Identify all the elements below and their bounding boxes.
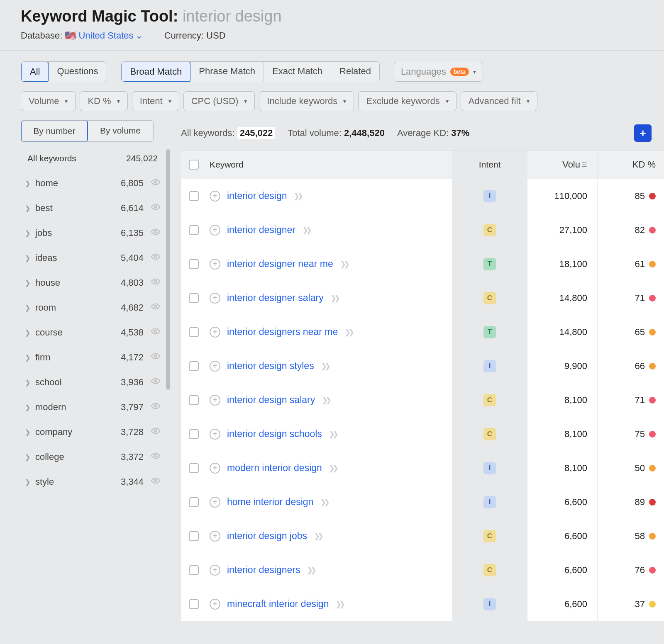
- col-intent[interactable]: Intent: [452, 160, 527, 170]
- expand-icon[interactable]: +: [210, 429, 220, 440]
- open-icon[interactable]: ❯❯: [330, 294, 338, 303]
- open-icon[interactable]: ❯❯: [321, 362, 328, 371]
- sidebar-group-home[interactable]: ❯home6,805: [21, 171, 164, 196]
- open-icon[interactable]: ❯❯: [322, 396, 329, 405]
- open-icon[interactable]: ❯❯: [329, 464, 336, 473]
- open-icon[interactable]: ❯❯: [344, 328, 352, 337]
- checkbox[interactable]: [189, 565, 199, 575]
- row-checkbox-cell[interactable]: [181, 519, 206, 553]
- checkbox[interactable]: [189, 259, 199, 269]
- row-checkbox-cell[interactable]: [181, 451, 206, 485]
- eye-icon[interactable]: [151, 202, 160, 214]
- toggle-by-number[interactable]: By number: [21, 120, 88, 142]
- col-volume[interactable]: Volu☰: [527, 151, 598, 179]
- checkbox[interactable]: [189, 327, 199, 337]
- eye-icon[interactable]: [151, 302, 160, 313]
- checkbox[interactable]: [189, 191, 199, 201]
- expand-icon[interactable]: +: [210, 463, 220, 474]
- eye-icon[interactable]: [151, 377, 160, 388]
- eye-icon[interactable]: [151, 476, 160, 488]
- row-checkbox-cell[interactable]: [181, 179, 206, 213]
- eye-icon[interactable]: [151, 227, 160, 239]
- keyword-link[interactable]: interior design jobs: [227, 530, 307, 542]
- add-button[interactable]: +: [634, 124, 652, 142]
- tab-all[interactable]: All: [21, 61, 49, 82]
- row-checkbox-cell[interactable]: [181, 315, 206, 349]
- tab-broad-match[interactable]: Broad Match: [121, 61, 191, 82]
- row-checkbox-cell[interactable]: [181, 553, 206, 587]
- checkbox[interactable]: [189, 225, 199, 235]
- checkbox[interactable]: [189, 497, 199, 507]
- select-all-cell[interactable]: [181, 151, 206, 179]
- expand-icon[interactable]: +: [210, 497, 220, 508]
- languages-button[interactable]: Languages beta ▾: [394, 62, 483, 82]
- checkbox[interactable]: [189, 463, 199, 473]
- keyword-link[interactable]: interior design: [227, 190, 287, 202]
- eye-icon[interactable]: [151, 401, 160, 413]
- sidebar-group-jobs[interactable]: ❯jobs6,135: [21, 221, 164, 245]
- checkbox[interactable]: [189, 429, 199, 439]
- filter-volume[interactable]: Volume▾: [21, 91, 76, 111]
- filter-cpc-usd-[interactable]: CPC (USD)▾: [183, 91, 255, 111]
- eye-icon[interactable]: [151, 352, 160, 363]
- eye-icon[interactable]: [151, 277, 160, 289]
- tab-questions[interactable]: Questions: [49, 62, 106, 82]
- sidebar-group-ideas[interactable]: ❯ideas5,404: [21, 245, 164, 270]
- sidebar-group-college[interactable]: ❯college3,372: [21, 445, 164, 469]
- row-checkbox-cell[interactable]: [181, 417, 206, 451]
- keyword-link[interactable]: interior design salary: [227, 394, 315, 406]
- row-checkbox-cell[interactable]: [181, 213, 206, 247]
- chevron-down-icon[interactable]: ⌄: [135, 30, 143, 41]
- filter-kd-[interactable]: KD %▾: [80, 91, 127, 111]
- open-icon[interactable]: ❯❯: [335, 600, 343, 609]
- open-icon[interactable]: ❯❯: [320, 498, 327, 507]
- eye-icon[interactable]: [151, 252, 160, 264]
- eye-icon[interactable]: [151, 327, 160, 338]
- expand-icon[interactable]: +: [210, 225, 220, 236]
- row-checkbox-cell[interactable]: [181, 281, 206, 315]
- keyword-link[interactable]: minecraft interior design: [227, 598, 329, 610]
- sidebar-group-room[interactable]: ❯room4,682: [21, 295, 164, 320]
- eye-icon[interactable]: [151, 177, 160, 189]
- sidebar-all-keywords[interactable]: All keywords 245,022: [21, 142, 164, 171]
- filter-exclude-keywords[interactable]: Exclude keywords▾: [358, 91, 456, 111]
- open-icon[interactable]: ❯❯: [340, 260, 347, 269]
- tab-exact-match[interactable]: Exact Match: [264, 62, 331, 82]
- expand-icon[interactable]: +: [210, 395, 220, 406]
- filter-include-keywords[interactable]: Include keywords▾: [259, 91, 354, 111]
- checkbox[interactable]: [189, 599, 199, 609]
- open-icon[interactable]: ❯❯: [329, 430, 336, 439]
- sidebar-group-firm[interactable]: ❯firm4,172: [21, 345, 164, 370]
- row-checkbox-cell[interactable]: [181, 485, 206, 519]
- checkbox[interactable]: [189, 531, 199, 541]
- keyword-link[interactable]: home interior design: [227, 496, 313, 508]
- col-kd[interactable]: KD %: [598, 151, 664, 179]
- open-icon[interactable]: ❯❯: [302, 226, 310, 235]
- col-keyword[interactable]: Keyword: [206, 151, 452, 179]
- toggle-by-volume[interactable]: By volume: [88, 121, 153, 141]
- open-icon[interactable]: ❯❯: [314, 532, 321, 541]
- expand-icon[interactable]: +: [210, 361, 220, 372]
- checkbox[interactable]: [189, 293, 199, 303]
- keyword-link[interactable]: interior designer salary: [227, 292, 324, 304]
- keyword-link[interactable]: interior design styles: [227, 360, 314, 372]
- keyword-link[interactable]: interior designers: [227, 564, 300, 576]
- expand-icon[interactable]: +: [210, 191, 220, 202]
- eye-icon[interactable]: [151, 426, 160, 438]
- expand-icon[interactable]: +: [210, 327, 220, 338]
- row-checkbox-cell[interactable]: [181, 349, 206, 383]
- keyword-link[interactable]: interior design schools: [227, 428, 322, 440]
- keyword-link[interactable]: interior designers near me: [227, 326, 338, 338]
- tab-related[interactable]: Related: [331, 62, 379, 82]
- checkbox[interactable]: [189, 361, 199, 371]
- row-checkbox-cell[interactable]: [181, 587, 206, 621]
- database-selector[interactable]: United States: [78, 30, 133, 41]
- checkbox[interactable]: [189, 395, 199, 405]
- eye-icon[interactable]: [151, 451, 160, 463]
- sidebar-group-style[interactable]: ❯style3,344: [21, 469, 164, 494]
- expand-icon[interactable]: +: [210, 565, 220, 576]
- sidebar-group-company[interactable]: ❯company3,728: [21, 420, 164, 445]
- open-icon[interactable]: ❯❯: [293, 192, 301, 201]
- keyword-link[interactable]: interior designer near me: [227, 258, 333, 270]
- checkbox[interactable]: [189, 160, 199, 170]
